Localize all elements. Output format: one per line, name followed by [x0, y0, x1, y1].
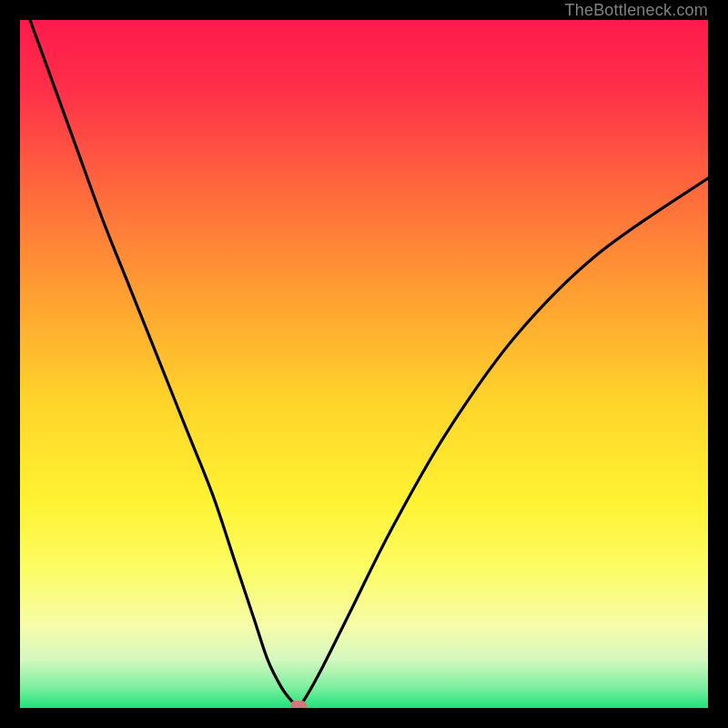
bottleneck-curve: [20, 20, 708, 708]
chart-frame: TheBottleneck.com: [0, 0, 728, 728]
minimum-marker: [290, 701, 307, 708]
watermark-text: TheBottleneck.com: [565, 0, 708, 20]
plot-area: [20, 20, 708, 708]
